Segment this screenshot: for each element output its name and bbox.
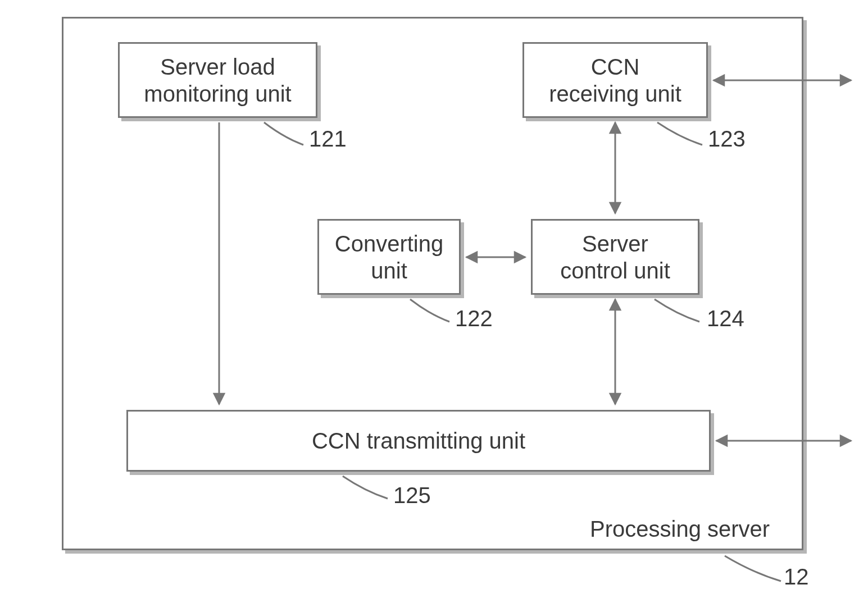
- b125-label: CCN transmitting unit: [312, 427, 525, 454]
- ref-125: 125: [393, 483, 431, 508]
- b121-label: Server loadmonitoring unit: [144, 53, 291, 107]
- server-control-unit: Servercontrol unit: [531, 219, 699, 295]
- diagram-canvas: Processing server 12 Server loadmonitori…: [0, 0, 868, 612]
- ccn-receiving-unit: CCNreceiving unit: [522, 42, 708, 118]
- ref-124: 124: [707, 306, 744, 331]
- converting-unit: Convertingunit: [317, 219, 461, 295]
- b124-label: Servercontrol unit: [560, 230, 670, 284]
- b123-label: CCNreceiving unit: [549, 53, 681, 107]
- ref-123: 123: [708, 126, 746, 152]
- processing-server-label: Processing server: [590, 517, 770, 542]
- b122-label: Convertingunit: [335, 230, 443, 284]
- leader-12: [719, 550, 787, 590]
- ccn-transmitting-unit: CCN transmitting unit: [126, 410, 711, 472]
- server-load-monitoring-unit: Server loadmonitoring unit: [118, 42, 317, 118]
- ref-12: 12: [784, 564, 809, 590]
- ref-121: 121: [309, 126, 347, 152]
- ref-122: 122: [455, 306, 493, 331]
